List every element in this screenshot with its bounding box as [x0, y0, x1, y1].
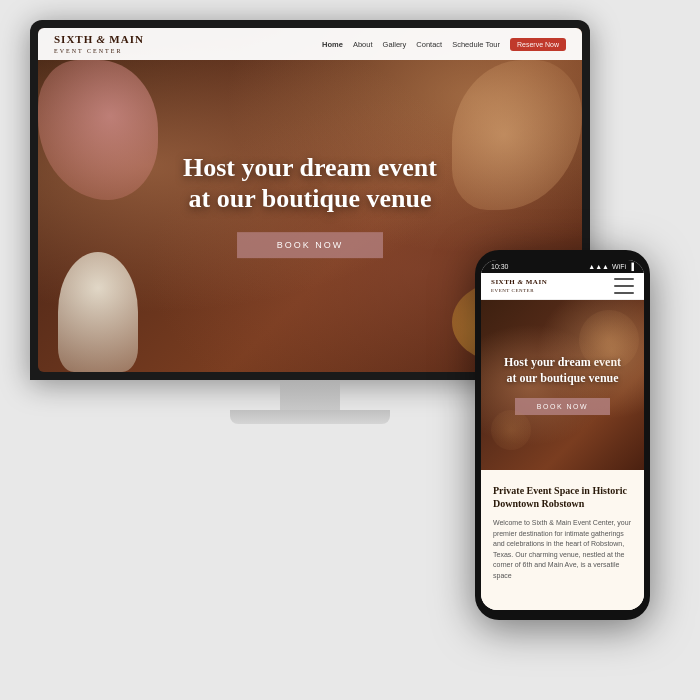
phone-status-bar: 10:30 ▲▲▲ WiFi ▐	[481, 260, 644, 273]
scene: SIXTH & MAIN EVENT CENTER Home About Gal…	[0, 0, 700, 700]
battery-icon: ▐	[629, 263, 634, 270]
desktop-hero-title: Host your dream event at our boutique ve…	[183, 152, 437, 214]
desktop-book-now-button[interactable]: BOOK NOW	[237, 233, 384, 259]
phone-content-section: Private Event Space in Historic Downtown…	[481, 470, 644, 610]
nav-link-home[interactable]: Home	[322, 40, 343, 49]
nav-link-schedule-tour[interactable]: Schedule Tour	[452, 40, 500, 49]
wifi-icon: WiFi	[612, 263, 626, 270]
phone-screen: 10:30 ▲▲▲ WiFi ▐ SIXTH & MAIN EVENT CENT…	[481, 260, 644, 610]
desktop-navbar: SIXTH & MAIN EVENT CENTER Home About Gal…	[38, 28, 582, 60]
phone-section-title: Private Event Space in Historic Downtown…	[493, 484, 632, 510]
nav-link-about[interactable]: About	[353, 40, 373, 49]
hamburger-line-3	[614, 292, 634, 294]
nav-link-contact[interactable]: Contact	[416, 40, 442, 49]
desktop-nav-links: Home About Gallery Contact Schedule Tour…	[322, 38, 566, 51]
hamburger-line-2	[614, 285, 634, 287]
phone-hero-deco-1	[579, 310, 639, 370]
desktop-hero-content: Host your dream event at our boutique ve…	[183, 152, 437, 258]
monitor-base	[230, 410, 390, 424]
phone-hamburger-menu[interactable]	[614, 278, 634, 294]
signal-icon: ▲▲▲	[588, 263, 609, 270]
desktop-logo: SIXTH & MAIN EVENT CENTER	[54, 33, 144, 55]
monitor-neck	[280, 380, 340, 410]
hamburger-line-1	[614, 278, 634, 280]
phone-hero: Host your dream event at our boutique ve…	[481, 300, 644, 470]
phone-hero-deco-2	[491, 410, 531, 450]
reserve-now-button[interactable]: Reserve Now	[510, 38, 566, 51]
nav-link-gallery[interactable]: Gallery	[383, 40, 407, 49]
phone-book-now-button[interactable]: BOOK NOW	[515, 398, 610, 415]
phone-navbar: SIXTH & MAIN EVENT CENTER	[481, 273, 644, 300]
phone-logo: SIXTH & MAIN EVENT CENTER	[491, 278, 547, 294]
mobile-phone: 10:30 ▲▲▲ WiFi ▐ SIXTH & MAIN EVENT CENT…	[475, 250, 650, 620]
phone-time: 10:30	[491, 263, 509, 270]
hero-cake-stand	[58, 252, 138, 372]
phone-status-icons: ▲▲▲ WiFi ▐	[588, 263, 634, 270]
phone-section-text: Welcome to Sixth & Main Event Center, yo…	[493, 518, 632, 581]
